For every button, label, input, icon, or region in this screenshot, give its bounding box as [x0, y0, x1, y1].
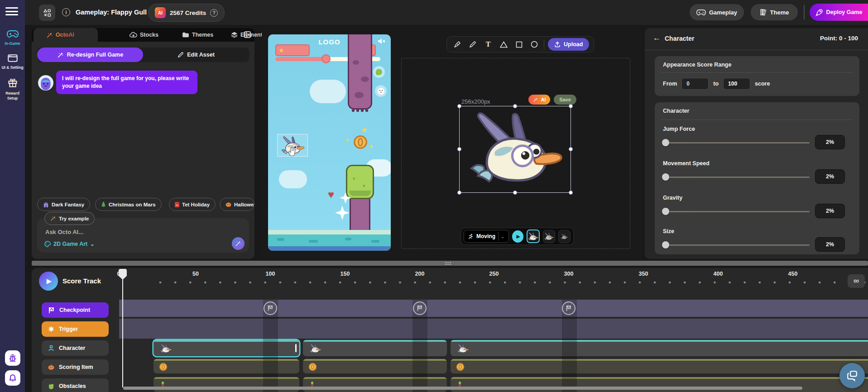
tab-stocks[interactable]: Stocks [129, 28, 158, 42]
pencil-tool-icon[interactable] [467, 38, 479, 50]
row-button-obstacles[interactable]: Obstacles [42, 378, 109, 392]
frame-thumbnail[interactable] [558, 230, 571, 243]
checkpoint-lane[interactable] [119, 300, 868, 317]
score-track-play-button[interactable]: ▶ [39, 272, 58, 291]
theme-chip-halloween[interactable]: Halloween on M [220, 198, 254, 211]
rail-item-label: UI & Setting [0, 65, 25, 70]
game-preview[interactable]: LOGO ★ ♥ [268, 34, 391, 251]
character-segment[interactable] [451, 340, 868, 356]
scoring-segment[interactable] [451, 359, 868, 373]
deploy-game-button[interactable]: Deploy Game [810, 4, 868, 21]
theme-chip-dark-fantasy[interactable]: Dark Fantasy [37, 198, 90, 211]
pen-tool-icon[interactable] [451, 38, 463, 50]
send-button[interactable] [232, 237, 245, 250]
trigger-lane[interactable] [119, 319, 868, 339]
slider-knob[interactable] [662, 139, 669, 146]
selection-handle[interactable] [569, 104, 573, 108]
row-button-checkpoint[interactable]: Checkpoint [42, 302, 109, 318]
edit-asset-button[interactable]: Edit Asset [143, 48, 249, 62]
selection-handle[interactable] [457, 191, 461, 195]
envelope-icon [175, 202, 179, 207]
segment-trim-handle[interactable] [295, 344, 297, 352]
theme-chip-tet-holiday[interactable]: Tet Holiday [169, 198, 216, 211]
frame-thumbnail[interactable] [543, 230, 555, 243]
debug-button[interactable] [5, 350, 20, 366]
panel-resize-handle[interactable] [32, 261, 868, 266]
row-button-scoring-item[interactable]: Scoring Item [42, 359, 109, 375]
frame-thumbnail-selected[interactable] [527, 229, 539, 243]
slider-knob[interactable] [662, 173, 669, 181]
jump-force-slider[interactable] [663, 142, 810, 143]
gameplay-gamepad-icon [696, 9, 706, 16]
credits-pill[interactable]: AI 2567 Credits ? [148, 4, 225, 22]
timeline-scrollbar[interactable] [123, 387, 802, 390]
theme-chip-christmas-on-mars[interactable]: Christmas on Mars [95, 198, 162, 211]
rail-item-ui-setting[interactable]: UI & Setting [0, 54, 25, 70]
selection-handle[interactable] [569, 191, 573, 195]
rail-item-reward-setup[interactable]: Reward Setup [0, 78, 25, 100]
scoring-item-lane[interactable] [119, 359, 868, 374]
style-selector[interactable]: 2D Game Art ⌄ [44, 241, 94, 247]
save-button[interactable]: Save [554, 95, 576, 105]
try-example-chip[interactable]: Try example [44, 212, 95, 225]
hamburger-menu-icon[interactable] [5, 7, 18, 16]
star-icon: ★ [360, 125, 368, 135]
back-arrow-icon[interactable]: ← [653, 33, 661, 43]
star-icon: ★ [369, 143, 374, 149]
selection-handle[interactable] [457, 147, 461, 151]
playhead-marker[interactable] [119, 269, 127, 280]
speaker-muted-icon[interactable] [378, 38, 386, 44]
playhead-line[interactable] [122, 271, 123, 387]
rail-item-label: Reward Setup [0, 91, 25, 100]
to-score-input[interactable]: 100 [723, 78, 750, 90]
info-icon[interactable]: i [62, 8, 70, 16]
selection-handle[interactable] [513, 191, 517, 195]
ai-button[interactable]: AI [528, 95, 550, 105]
gravity-slider[interactable] [663, 211, 810, 212]
obstacles-segment[interactable] [451, 377, 868, 392]
selection-handle[interactable] [513, 104, 517, 108]
app-shapes-button[interactable] [39, 5, 55, 21]
coin-sprite [353, 135, 368, 149]
size-slider[interactable] [663, 244, 810, 246]
movement-speed-slider[interactable] [663, 177, 810, 178]
play-animation-button[interactable]: ▶ [512, 230, 523, 243]
rect-tool-icon[interactable] [513, 38, 525, 50]
ellipse-tool-icon[interactable] [528, 38, 540, 50]
tab-themes[interactable]: Themes [182, 28, 213, 42]
triangle-tool-icon[interactable] [498, 38, 509, 50]
notifications-button[interactable] [5, 370, 20, 386]
prompt-input[interactable]: Ask Octo AI... [45, 229, 83, 235]
card-divider [661, 72, 853, 73]
obstacle-pillar-bottom [350, 196, 370, 233]
sprite-canvas[interactable]: 256x200px AI Save Moving ⌄ [401, 58, 630, 249]
collapse-panel-icon[interactable] [244, 31, 251, 38]
selection-handle[interactable] [457, 104, 461, 108]
loop-infinity-button[interactable]: ∞ [848, 274, 865, 288]
tab-octoai[interactable]: OctoAI [34, 28, 98, 42]
animation-dropdown[interactable]: Moving ⌄ [464, 230, 509, 243]
card-divider [661, 120, 853, 120]
ruler-ticks[interactable] [158, 281, 868, 284]
theme-button[interactable]: Theme [751, 4, 798, 20]
upload-button[interactable]: Upload [548, 38, 589, 51]
row-button-trigger[interactable]: Trigger [42, 321, 109, 337]
ai-button-label: AI [541, 97, 546, 102]
redesign-full-game-button[interactable]: Re-design Full Game [37, 48, 143, 62]
character-lane[interactable] [119, 339, 868, 357]
row-button-character[interactable]: Character [42, 340, 109, 356]
dropdown-chevron-icon[interactable]: ⌄ [498, 232, 507, 241]
text-tool-icon[interactable]: T [482, 38, 494, 50]
chat-bubble-icon [846, 370, 858, 382]
score-track-timeline: ▶ Score Track 0 50 100 150 200 250 300 3… [32, 268, 868, 392]
help-icon[interactable]: ? [210, 9, 218, 17]
selection-handle[interactable] [569, 147, 573, 151]
from-score-input[interactable]: 0 [681, 78, 709, 90]
sprite-selection-box[interactable] [459, 106, 571, 193]
rail-item-in-game[interactable]: In-Game [0, 30, 25, 46]
slider-knob[interactable] [662, 241, 669, 249]
chat-fab[interactable] [839, 363, 865, 388]
gameplay-button[interactable]: Gameplay [690, 4, 744, 20]
progress-knob[interactable] [321, 54, 331, 63]
slider-knob[interactable] [662, 208, 669, 215]
